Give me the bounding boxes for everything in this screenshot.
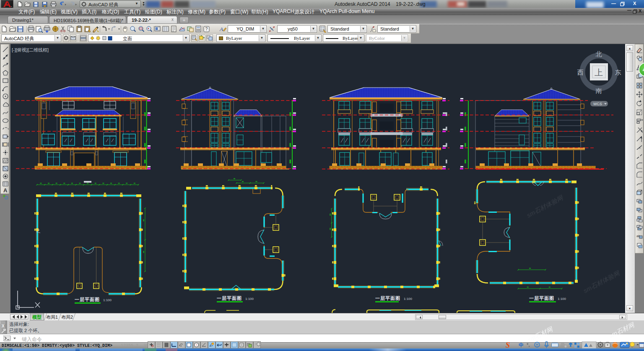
svg-text:一层平面图: 一层平面图 xyxy=(529,296,554,301)
svg-text:?: ? xyxy=(205,27,208,31)
svg-text:上: 上 xyxy=(595,68,603,77)
svg-text:中: 中 xyxy=(519,342,524,348)
svg-text:北: 北 xyxy=(596,50,602,57)
svg-text:东: 东 xyxy=(615,69,621,76)
svg-text:1:100: 1:100 xyxy=(404,297,413,301)
svg-text:一层平面图: 一层平面图 xyxy=(75,297,100,302)
svg-text:S: S xyxy=(506,341,510,348)
svg-text:°,: °, xyxy=(527,342,530,347)
svg-text:[-][俯视][二维线框]: [-][俯视][二维线框] xyxy=(12,47,49,52)
svg-text:南: 南 xyxy=(596,87,602,94)
svg-text:1:100: 1:100 xyxy=(245,297,254,301)
svg-text:一层平面图: 一层平面图 xyxy=(375,296,400,301)
svg-text:1:100: 1:100 xyxy=(103,298,112,302)
svg-text:一层平面图: 一层平面图 xyxy=(217,296,242,301)
svg-text:1:100: 1:100 xyxy=(558,297,566,301)
svg-text:WCS: WCS xyxy=(593,102,602,106)
svg-text:西: 西 xyxy=(577,69,584,76)
svg-text:A: A xyxy=(219,26,223,32)
svg-text:A: A xyxy=(3,187,8,193)
